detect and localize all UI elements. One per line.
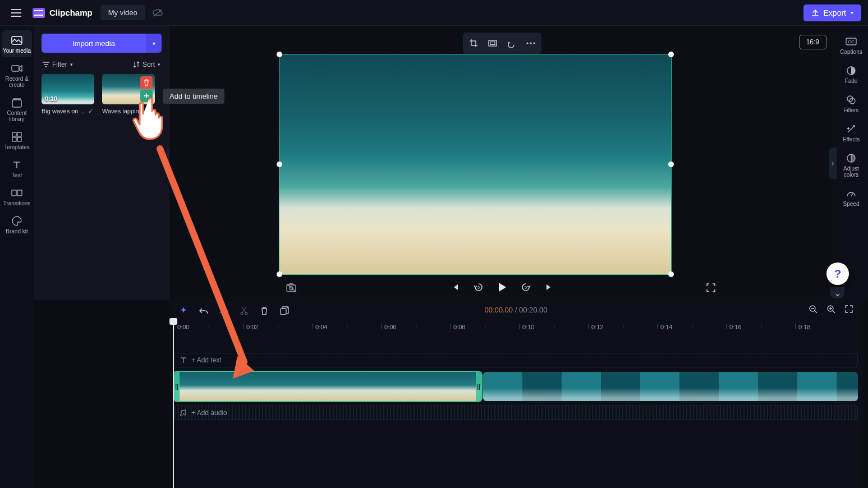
chevron-down-icon: ▾ bbox=[153, 40, 155, 47]
redo-button[interactable] bbox=[218, 305, 230, 317]
rail-label: Record & create bbox=[2, 76, 32, 88]
upload-icon bbox=[811, 9, 819, 17]
svg-point-28 bbox=[241, 312, 243, 315]
ai-button[interactable] bbox=[177, 305, 190, 317]
chevron-down-icon: ▾ bbox=[851, 10, 853, 16]
media-panel: Import media ▾ Filter ▾ Sort ▾ 0:10 Big … bbox=[34, 26, 169, 300]
rail-label: Brand kit bbox=[6, 228, 27, 234]
rail-text[interactable]: Text bbox=[2, 155, 32, 182]
pip-button[interactable] bbox=[503, 35, 520, 52]
help-button[interactable]: ? bbox=[826, 263, 849, 285]
timeline-zoom bbox=[809, 305, 856, 314]
rail-library[interactable]: Content library bbox=[2, 93, 32, 126]
svg-point-16 bbox=[533, 42, 535, 44]
skip-forward-button[interactable] bbox=[543, 281, 555, 293]
collapse-right-panel-button[interactable]: › bbox=[829, 148, 837, 179]
clip-trim-left[interactable]: || bbox=[174, 372, 180, 401]
rail-filters[interactable]: Filters bbox=[836, 90, 866, 117]
rail-record[interactable]: Record & create bbox=[2, 58, 32, 91]
timeline-clip[interactable] bbox=[483, 372, 858, 401]
timeline-ruler[interactable]: 0:000:020:040:060:080:100:120:140:160:18 bbox=[169, 324, 862, 336]
undo-button[interactable] bbox=[198, 305, 210, 317]
library-icon bbox=[11, 97, 22, 108]
rail-your-media[interactable]: Your media bbox=[2, 30, 32, 57]
right-rail: CC Captions Fade Filters Effects Adjust … bbox=[834, 26, 868, 300]
fit-button[interactable] bbox=[484, 35, 501, 52]
cursor-hand-icon bbox=[130, 94, 171, 141]
svg-rect-5 bbox=[17, 132, 21, 136]
play-button[interactable] bbox=[496, 281, 508, 293]
rewind-button[interactable]: 5 bbox=[472, 281, 485, 293]
preview-canvas[interactable] bbox=[279, 54, 672, 275]
crop-button[interactable] bbox=[465, 35, 482, 52]
music-icon bbox=[180, 409, 187, 416]
svg-text:5: 5 bbox=[525, 286, 527, 289]
duplicate-button[interactable] bbox=[278, 305, 291, 317]
rail-captions[interactable]: CC Captions bbox=[836, 31, 866, 58]
timeline: 00:00.00 / 00:20.00 0:000:020:040:060:08… bbox=[169, 300, 862, 488]
thumb-duration: 0:10 bbox=[45, 95, 57, 102]
resize-handle[interactable] bbox=[277, 52, 282, 57]
project-name-input[interactable]: My video bbox=[100, 5, 145, 20]
more-button[interactable] bbox=[522, 35, 539, 52]
help-expand-button[interactable]: ⌄ bbox=[830, 287, 844, 298]
import-media-dropdown[interactable]: ▾ bbox=[146, 34, 162, 53]
effects-icon bbox=[846, 123, 857, 135]
resize-handle[interactable] bbox=[668, 162, 674, 167]
playhead[interactable] bbox=[173, 320, 174, 488]
timeline-time: 00:00.00 / 00:20.00 bbox=[484, 306, 547, 314]
rail-transitions[interactable]: Transitions bbox=[2, 183, 32, 210]
svg-rect-6 bbox=[12, 137, 16, 141]
split-button[interactable] bbox=[238, 305, 250, 317]
import-media-button[interactable]: Import media bbox=[42, 34, 146, 53]
menu-button[interactable] bbox=[7, 3, 26, 22]
rail-brand[interactable]: Brand kit bbox=[2, 211, 32, 238]
sort-label: Sort bbox=[143, 61, 155, 68]
clip-thumbnail bbox=[483, 372, 858, 401]
skip-back-button[interactable] bbox=[449, 281, 461, 293]
forward-button[interactable]: 5 bbox=[520, 281, 532, 293]
current-time: 00:00.00 bbox=[484, 306, 513, 314]
zoom-in-button[interactable] bbox=[826, 305, 838, 314]
zoom-out-button[interactable] bbox=[809, 305, 820, 314]
add-audio-track[interactable]: + Add audio bbox=[174, 406, 858, 420]
stage-toolbar bbox=[463, 33, 541, 54]
add-text-track[interactable]: + Add text bbox=[174, 353, 858, 367]
delete-media-button[interactable] bbox=[140, 76, 153, 89]
fullscreen-button[interactable] bbox=[706, 283, 715, 292]
rail-adjust[interactable]: Adjust colors bbox=[836, 148, 866, 181]
svg-rect-9 bbox=[17, 190, 22, 196]
filter-label: Filter bbox=[52, 61, 67, 68]
delete-clip-button[interactable] bbox=[258, 305, 270, 317]
add-text-label: + Add text bbox=[191, 356, 222, 364]
rail-label: Filters bbox=[843, 107, 858, 113]
sort-icon bbox=[133, 61, 140, 68]
aspect-ratio-button[interactable]: 16:9 bbox=[799, 35, 826, 49]
rail-label: Your media bbox=[3, 48, 31, 54]
media-thumb[interactable]: 0:10 Big waves on …✓ bbox=[42, 74, 94, 115]
templates-icon bbox=[11, 131, 22, 142]
export-button[interactable]: Export ▾ bbox=[803, 4, 861, 21]
rail-effects[interactable]: Effects bbox=[836, 119, 866, 146]
ruler-tick-label: 0:10 bbox=[522, 324, 534, 330]
snapshot-button[interactable] bbox=[286, 283, 296, 292]
resize-handle[interactable] bbox=[277, 271, 282, 277]
timeline-clip[interactable]: || || bbox=[174, 372, 481, 401]
add-audio-label: + Add audio bbox=[191, 409, 227, 417]
clip-trim-right[interactable]: || bbox=[476, 372, 481, 401]
rail-fade[interactable]: Fade bbox=[836, 61, 866, 88]
resize-handle[interactable] bbox=[668, 52, 674, 57]
rail-speed[interactable]: Speed bbox=[836, 183, 866, 210]
svg-point-26 bbox=[849, 98, 855, 104]
resize-handle[interactable] bbox=[277, 162, 282, 167]
resize-handle[interactable] bbox=[668, 271, 674, 277]
ruler-tick-label: 0:14 bbox=[660, 324, 672, 330]
sort-button[interactable]: Sort ▾ bbox=[133, 61, 160, 68]
svg-rect-2 bbox=[12, 66, 19, 71]
palette-icon bbox=[11, 215, 22, 227]
rail-label: Adjust colors bbox=[836, 165, 866, 178]
rail-templates[interactable]: Templates bbox=[2, 127, 32, 154]
svg-rect-12 bbox=[489, 40, 497, 46]
zoom-fit-button[interactable] bbox=[844, 305, 856, 314]
filter-button[interactable]: Filter ▾ bbox=[43, 61, 73, 68]
